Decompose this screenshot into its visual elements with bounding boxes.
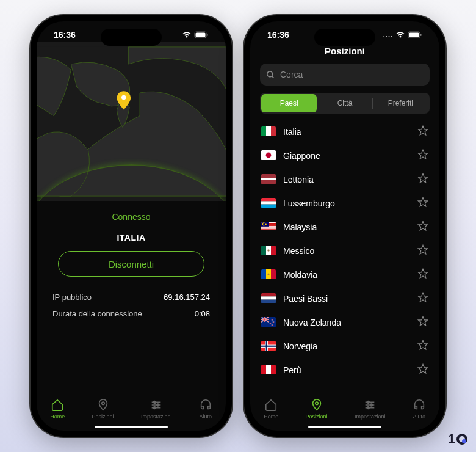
svg-rect-36 xyxy=(261,227,276,228)
nav-help[interactable]: Aiuto xyxy=(413,398,426,420)
svg-rect-13 xyxy=(409,33,419,37)
country-row[interactable]: Malaysia xyxy=(250,215,439,239)
favorite-star-icon[interactable] xyxy=(417,173,428,186)
favorite-star-icon[interactable] xyxy=(417,244,428,257)
country-name: Nuova Zelanda xyxy=(283,318,410,327)
sliders-icon xyxy=(150,398,163,412)
search-box[interactable] xyxy=(260,64,430,86)
svg-rect-73 xyxy=(271,365,276,374)
battery-icon xyxy=(194,31,209,38)
favorite-star-icon[interactable] xyxy=(417,340,428,352)
pin-icon xyxy=(310,398,323,412)
svg-marker-70 xyxy=(419,341,428,349)
svg-rect-28 xyxy=(261,201,276,204)
svg-point-4 xyxy=(121,95,126,100)
headset-icon xyxy=(199,398,212,412)
nav-settings[interactable]: Impostazioni xyxy=(355,398,386,420)
flag-icon xyxy=(261,246,276,256)
phone-home: 16:36 xyxy=(31,15,232,437)
svg-rect-27 xyxy=(261,198,276,201)
nav-home[interactable]: Home xyxy=(50,398,65,420)
flag-icon xyxy=(261,293,276,304)
svg-rect-72 xyxy=(266,365,271,374)
headset-icon xyxy=(413,398,426,412)
svg-point-10 xyxy=(157,404,159,406)
duration-value: 0:08 xyxy=(195,309,210,318)
svg-marker-64 xyxy=(419,317,428,326)
svg-point-81 xyxy=(367,407,370,409)
country-row[interactable]: Italia xyxy=(250,120,439,144)
home-indicator[interactable] xyxy=(308,426,381,428)
favorite-star-icon[interactable] xyxy=(417,221,428,233)
svg-rect-44 xyxy=(261,246,266,255)
svg-marker-30 xyxy=(419,198,428,206)
flag-icon xyxy=(261,317,276,327)
connection-status: Connesso xyxy=(112,212,150,222)
status-time: 16:36 xyxy=(54,30,76,40)
ip-label: IP pubblico xyxy=(52,293,92,302)
wifi-icon xyxy=(182,31,192,38)
tab-cities[interactable]: Città xyxy=(317,94,372,112)
favorite-star-icon[interactable] xyxy=(417,363,428,376)
country-name: Norvegia xyxy=(283,341,410,351)
duration-row: Durata della connessione 0:08 xyxy=(50,305,212,322)
search-icon xyxy=(266,70,275,79)
country-name: Messico xyxy=(283,246,410,256)
country-row[interactable]: Messico xyxy=(250,239,439,263)
notch xyxy=(101,29,162,46)
country-row[interactable]: Lussemburgo xyxy=(250,191,439,215)
bottom-nav: Home Posizioni Impostazioni Aiuto xyxy=(37,393,226,422)
svg-point-15 xyxy=(267,71,273,76)
nav-locations[interactable]: Posizioni xyxy=(92,398,114,420)
search-input[interactable] xyxy=(280,70,424,79)
svg-point-11 xyxy=(154,407,156,409)
home-icon xyxy=(51,398,64,412)
home-indicator[interactable] xyxy=(95,426,168,428)
nav-home[interactable]: Home xyxy=(264,398,278,420)
tab-countries[interactable]: Paesi xyxy=(261,94,317,112)
favorite-star-icon[interactable] xyxy=(417,316,428,329)
country-list[interactable]: ItaliaGiapponeLettoniaLussemburgoMalaysi… xyxy=(250,120,439,393)
flag-icon xyxy=(261,198,276,208)
country-row[interactable]: Moldavia xyxy=(250,263,439,286)
svg-rect-1 xyxy=(196,33,206,37)
svg-line-16 xyxy=(272,76,273,78)
svg-point-47 xyxy=(267,249,270,252)
country-name: Perù xyxy=(283,365,410,375)
country-name: Malaysia xyxy=(283,222,410,232)
svg-point-52 xyxy=(267,273,269,275)
nav-locations[interactable]: Posizioni xyxy=(306,398,328,420)
svg-rect-56 xyxy=(261,300,276,303)
country-row[interactable]: Perù xyxy=(250,358,439,382)
favorite-star-icon[interactable] xyxy=(417,149,428,162)
svg-point-22 xyxy=(266,153,272,158)
segmented-control: Paesi Città Preferiti xyxy=(260,93,430,114)
country-row[interactable]: Giappone xyxy=(250,144,439,167)
svg-rect-51 xyxy=(271,269,276,279)
flag-icon xyxy=(261,174,276,184)
favorite-star-icon[interactable] xyxy=(417,292,428,305)
nav-help[interactable]: Aiuto xyxy=(199,398,212,420)
country-row[interactable]: Lettonia xyxy=(250,167,439,191)
svg-rect-29 xyxy=(261,205,276,208)
tab-favorites[interactable]: Preferiti xyxy=(373,94,428,112)
country-row[interactable]: Nuova Zelanda xyxy=(250,310,439,334)
signal-dots-icon: .... xyxy=(383,31,393,38)
map-area xyxy=(37,42,226,201)
svg-rect-49 xyxy=(261,269,266,279)
svg-rect-55 xyxy=(261,296,276,299)
favorite-star-icon[interactable] xyxy=(417,197,428,210)
flag-icon xyxy=(261,365,276,375)
country-name: Moldavia xyxy=(283,270,410,280)
disconnect-button[interactable]: Disconnetti xyxy=(58,251,204,277)
nav-settings[interactable]: Impostazioni xyxy=(141,398,172,420)
svg-marker-48 xyxy=(419,246,428,254)
status-time: 16:36 xyxy=(267,30,289,40)
country-row[interactable]: Norvegia xyxy=(250,334,439,358)
favorite-star-icon[interactable] xyxy=(417,268,428,281)
sliders-icon xyxy=(363,398,377,412)
wifi-icon xyxy=(395,31,405,38)
country-name: Paesi Bassi xyxy=(283,294,410,304)
favorite-star-icon[interactable] xyxy=(417,125,428,138)
country-row[interactable]: Paesi Bassi xyxy=(250,286,439,310)
